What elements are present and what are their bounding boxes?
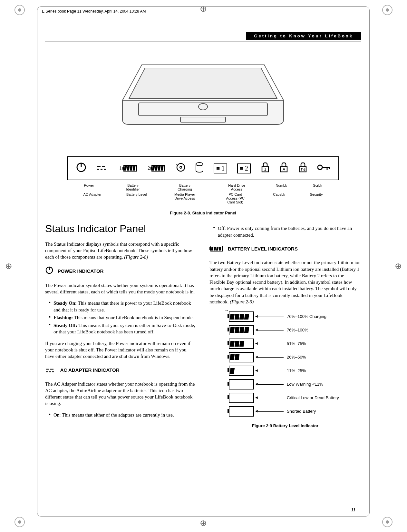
label-capslk: CapsLk [273,192,285,204]
battery-level-icon [229,339,254,349]
arrow-leader [258,344,284,344]
battery-row-label: 76%–100% [287,327,308,333]
svg-rect-12 [124,166,127,171]
battery-level-icon: → [229,311,254,322]
svg-rect-44 [209,247,211,250]
arrow-leader [258,398,284,398]
section-header-title: Getting to Know Your LifeBook [246,32,361,40]
battery-level-icon [229,379,254,389]
hard-drive-icon [195,162,204,175]
battery-row-label: 26%–50% [287,354,306,360]
icon-labels-row1: Power Battery Identifier Battery Chargin… [71,183,335,191]
power-item-1-b: Flashing: [53,315,73,320]
svg-text:1: 1 [264,167,266,172]
intro-ref: (Figure 2-8) [124,254,148,260]
media-player-icon [176,163,186,174]
svg-rect-46 [214,247,216,251]
power-list: Steady On: This means that there is powe… [45,300,197,335]
left-column: Status Indicator Panel The Status Indica… [45,222,197,435]
battery-level-icon [229,325,254,335]
label-hard-drive: Hard Drive Access [224,183,250,191]
intro-text: The Status Indicator displays symbols th… [45,241,192,260]
svg-rect-19 [155,166,158,171]
figure-2-8: 1 2 ≡ 1 ≡ 2 1 A [45,52,361,215]
ac-body: The AC Adapter indicator states whether … [45,381,197,407]
battery-row-2: 51%–75% [229,339,361,349]
svg-rect-18 [152,166,155,171]
svg-rect-29 [300,167,306,172]
batt-body-text: The two Battery Level indicators state w… [209,260,361,304]
power-item-2-b: Steady Off: [53,323,77,328]
page-title: Status Indicator Panel [45,222,197,236]
battery-row-4: 11%–25% [229,366,361,376]
arrow-leader [258,317,284,317]
svg-rect-20 [158,166,161,171]
pc-card-2-icon: ≡ 2 [237,163,251,173]
crop-mark-right: ⊕ [395,261,402,271]
power-tail: If you are charging your battery, the Po… [45,340,197,360]
label-power: Power [84,183,94,191]
svg-rect-47 [216,247,219,251]
power-head-text: POWER INDICATOR [58,269,104,274]
label-security: Security [310,192,323,204]
batt-head-text: BATTERY LEVEL INDICATORS [228,246,298,251]
figure-2-8-caption: Figure 2-8. Status Indicator Panel [45,211,361,215]
battery-icon-inline [209,245,226,253]
battery-level-icon [229,406,254,417]
battery-row-1: 76%–100% [229,325,361,335]
scrlk-icon [298,162,307,175]
ac-list-cont: Off: Power is only coming from the batte… [209,225,361,238]
battery-row-label: 11%–25% [287,368,306,374]
label-numlk: NumLk [276,183,287,191]
ac-item-on: On: This means that either of the adapte… [49,412,197,418]
battery-row-label: Critical Low or Dead Battery [287,395,339,401]
section-header-bar: Getting to Know Your LifeBook [45,32,361,40]
ac-adapter-heading: AC ADAPTER INDICATOR [45,365,197,376]
battery-level-heading: BATTERY LEVEL INDICATORS [209,244,361,254]
svg-text:A: A [283,167,285,172]
arrow-leader [258,411,284,412]
intro-paragraph: The Status Indicator displays symbols th… [45,241,197,261]
battery-level-icon [229,366,254,376]
battery-row-label: Shorted Battery [287,409,316,414]
svg-point-22 [177,163,185,171]
label-scrlk: ScrLk [313,183,322,191]
svg-rect-45 [211,247,214,251]
page-number: 11 [351,507,355,513]
reg-mark-tr [382,5,392,15]
arrow-leader [258,371,284,371]
ac-item-off: Off: Power is only coming from the batte… [213,225,361,238]
label-media-player: Media Player Drive Access [172,192,198,204]
svg-rect-21 [161,166,164,171]
reg-mark-br [382,517,392,527]
status-icon-strip: 1 2 ≡ 1 ≡ 2 1 A [67,156,339,180]
figure-2-9-caption: Figure 2-9 Battery Level Indicator [209,423,361,429]
svg-rect-15 [132,166,135,171]
svg-rect-48 [219,247,221,251]
battery-level-icon [229,352,254,362]
figure-2-9-chart: →76%–100% Charging76%–100%51%–75%26%–50%… [229,311,361,417]
crop-mark-left: ⊕ [5,261,12,271]
battery-2-icon: 2 [148,165,166,172]
header-rule [45,42,361,42]
batt-body: The two Battery Level indicators state w… [209,259,361,305]
svg-rect-13 [127,166,130,171]
svg-point-24 [196,163,203,166]
battery-level-icon [229,393,254,403]
battery-row-0: →76%–100% Charging [229,311,361,322]
numlk-icon: 1 [261,162,270,175]
label-battery-id: Battery Identifier [120,183,146,191]
power-body: The Power indicator symbol states whethe… [45,282,197,295]
power-icon [76,162,87,175]
batt-ref: (Figure 2-9) [230,299,254,304]
label-pc-card: PC Card Access (PC Card Slot) [222,192,248,204]
laptop-illustration [103,52,303,155]
arrow-leader [258,330,284,330]
battery-row-label: 76%–100% Charging [287,314,326,320]
right-column: Off: Power is only coming from the batte… [209,222,361,435]
power-item-flashing: Flashing: This means that your LifeBook … [49,314,197,321]
svg-rect-11 [122,167,124,170]
icon-labels-row2: AC Adapter Battery Level Media Player Dr… [71,192,335,204]
arrow-leader [258,357,284,358]
svg-point-23 [180,166,182,168]
